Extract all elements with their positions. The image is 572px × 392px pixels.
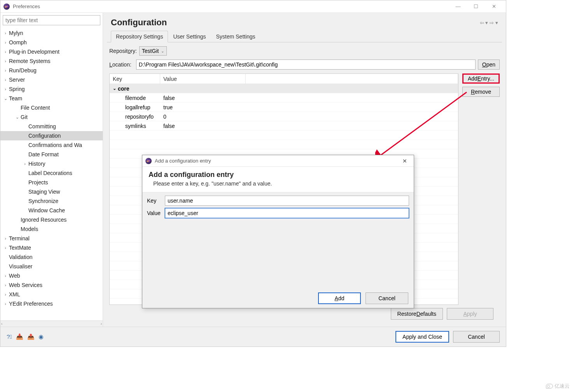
apply-and-close-button[interactable]: Apply and Close <box>395 331 449 343</box>
tree-item[interactable]: Synchronize <box>0 196 103 206</box>
titlebar: Preferences — ☐ ✕ <box>0 0 506 13</box>
tree-item-label: Server <box>8 77 25 83</box>
apply-button[interactable]: Apply <box>447 308 493 320</box>
tree-item[interactable]: Models <box>0 224 103 234</box>
watermark: 亿速云 <box>546 383 570 390</box>
tree-item[interactable]: ›TextMate <box>0 243 103 252</box>
repository-dropdown[interactable]: TestGit ⌄ <box>139 46 167 56</box>
nav-forward-icon[interactable]: ⇨ ▾ <box>490 20 498 26</box>
restore-defaults-button[interactable]: Restore Defaults <box>391 308 443 320</box>
dialog-add-button[interactable]: Add <box>318 292 361 304</box>
add-entry-button[interactable]: Add Entry... <box>462 74 500 84</box>
window-controls: — ☐ ✕ <box>449 0 503 13</box>
scroll-left-icon[interactable]: ‹ <box>1 322 2 326</box>
tree-item-label: XML <box>8 291 20 298</box>
tree-item[interactable]: ›Web Services <box>0 280 103 290</box>
tree-item-label: Synchronize <box>28 198 58 204</box>
nav-back-icon[interactable]: ⇦ ▾ <box>480 20 488 26</box>
tree-item-label: Spring <box>8 86 24 92</box>
tab-user-settings[interactable]: UUser Settingsser Settings <box>168 31 211 42</box>
filter-input[interactable] <box>3 15 100 25</box>
tree-item-label: YEdit Preferences <box>8 301 53 307</box>
tab-repository-settings[interactable]: Repository Settings <box>111 31 168 42</box>
tree-item[interactable]: File Content <box>0 103 103 112</box>
tree-item[interactable]: ›Plug-in Development <box>0 47 103 56</box>
table-row[interactable]: filemodefalse <box>110 93 458 103</box>
tree-item[interactable]: ›YEdit Preferences <box>0 299 103 308</box>
open-button[interactable]: Open <box>478 60 500 70</box>
tree-item[interactable]: Window Cache <box>0 206 103 215</box>
tree-arrow-icon: › <box>3 292 8 297</box>
tree-arrow-icon: › <box>3 68 8 73</box>
tree-item[interactable]: ⌄Team <box>0 94 103 103</box>
tree-item[interactable]: ›Oomph <box>0 38 103 47</box>
tree-item[interactable]: Projects <box>0 178 103 187</box>
tree-item[interactable]: Ignored Resources <box>0 215 103 224</box>
watermark-icon <box>546 384 553 388</box>
dialog-close-button[interactable]: ✕ <box>399 158 411 164</box>
cancel-button[interactable]: Cancel <box>453 331 500 343</box>
tree-item[interactable]: Validation <box>0 252 103 262</box>
table-row-empty <box>110 131 458 140</box>
table-row[interactable]: logallrefuptrue <box>110 103 458 112</box>
tree-arrow-icon: › <box>3 283 8 287</box>
tree-item-label: Label Decorations <box>28 170 72 176</box>
remove-button[interactable]: Remove <box>462 87 500 97</box>
location-row: Location: Open <box>109 60 500 70</box>
tree-item[interactable]: ⌄Git <box>0 112 103 122</box>
tree-arrow-icon: › <box>22 161 28 166</box>
repository-label: Repository: <box>109 48 137 54</box>
table-row[interactable]: symlinksfalse <box>110 121 458 131</box>
minimize-button[interactable]: — <box>449 0 467 13</box>
tree-arrow-icon: › <box>3 273 8 278</box>
location-input[interactable] <box>136 60 476 70</box>
tree-arrow-icon: › <box>3 49 8 54</box>
repository-value: TestGit <box>142 48 159 54</box>
dialog-key-row: Key <box>147 196 409 206</box>
help-icon[interactable]: ?⃝ <box>7 333 12 340</box>
tree-item[interactable]: ›Server <box>0 75 103 84</box>
tree-item-label: Run/Debug <box>8 67 37 74</box>
tree-item[interactable]: ›Mylyn <box>0 28 103 38</box>
tree-item[interactable]: Committing <box>0 122 103 131</box>
dialog-cancel-button[interactable]: Cancel <box>366 292 408 304</box>
dialog-value-row: Value <box>147 208 409 218</box>
tree-arrow-icon: › <box>3 31 8 35</box>
dialog-key-input[interactable] <box>165 196 409 206</box>
dialog-value-input[interactable] <box>165 208 409 218</box>
tree-item-label: Mylyn <box>8 30 23 36</box>
bottom-buttons: Apply and Close Cancel <box>395 331 500 343</box>
maximize-button[interactable]: ☐ <box>467 0 485 13</box>
tree-item[interactable]: ›Spring <box>0 84 103 94</box>
tree-item-label: TextMate <box>8 245 31 251</box>
close-button[interactable]: ✕ <box>485 0 503 13</box>
horizontal-scrollbar[interactable]: ‹ › <box>0 320 103 327</box>
table-group-row[interactable]: ⌄core <box>110 84 458 93</box>
record-icon[interactable]: ◉ <box>38 333 44 340</box>
export-icon[interactable]: 📤 <box>27 333 35 340</box>
tree-item[interactable]: ›Run/Debug <box>0 66 103 75</box>
tree-item[interactable]: ›Terminal <box>0 234 103 243</box>
header-value[interactable]: Value <box>160 74 246 84</box>
tree-item[interactable]: Label Decorations <box>0 168 103 178</box>
tree-item[interactable]: Confirmations and Wa <box>0 140 103 150</box>
tree-item-label: Models <box>20 226 38 232</box>
scroll-right-icon[interactable]: › <box>101 322 102 326</box>
tree-item[interactable]: ›Web <box>0 271 103 280</box>
tab-system-settings[interactable]: System Settings <box>211 31 260 42</box>
tree-item[interactable]: ›History <box>0 159 103 168</box>
header-key[interactable]: Key <box>110 74 160 84</box>
tree-item[interactable]: Configuration <box>0 131 103 140</box>
tree-item[interactable]: ›Remote Systems <box>0 56 103 66</box>
tree-item[interactable]: Staging View <box>0 187 103 196</box>
table-row[interactable]: repositoryfo0 <box>110 112 458 121</box>
dialog-header: Add a configuration entry Please enter a… <box>142 167 414 192</box>
tree-item[interactable]: ›XML <box>0 290 103 299</box>
table-side-buttons: Add Entry... Remove <box>462 74 500 305</box>
tree-item[interactable]: Date Format <box>0 150 103 159</box>
import-icon[interactable]: 📥 <box>16 333 23 340</box>
tree-item[interactable]: Visualiser <box>0 262 103 271</box>
dialog-heading: Add a configuration entry <box>149 171 408 179</box>
preferences-tree[interactable]: ›Mylyn›Oomph›Plug-in Development›Remote … <box>0 28 103 320</box>
dialog-body: Key Value <box>142 192 414 289</box>
